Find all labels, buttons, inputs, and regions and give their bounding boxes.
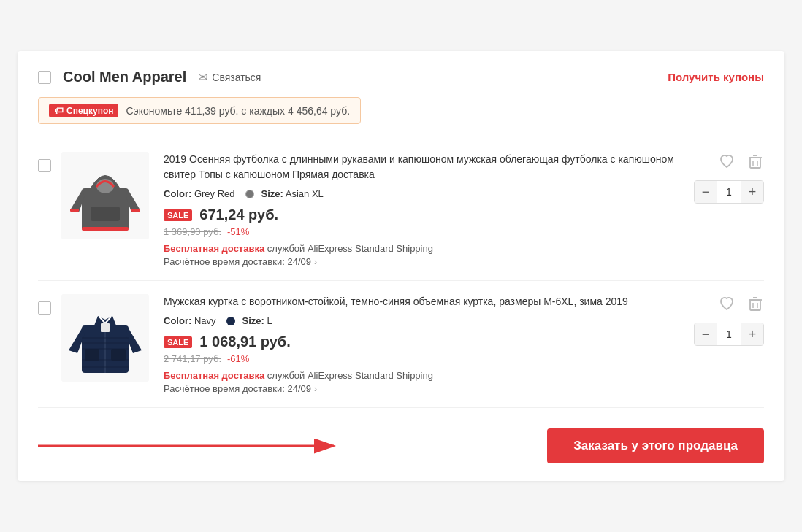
svg-rect-4 [70,209,79,212]
trash-icon-1 [748,296,763,312]
size-label-0: Size: Asian XL [261,188,324,199]
price-row-0: SALE 671,24 руб. [164,207,687,223]
order-row: Заказать у этого продавца [38,408,764,463]
shipping-service-1: службой AliExpress Standard Shipping [267,370,433,381]
qty-increase-1[interactable]: + [741,323,763,345]
product-attrs-0: Color: Grey Red Size: Asian XL [164,188,687,199]
old-price-row-1: 2 741,17 руб. -61% [164,353,687,364]
mail-icon: ✉ [198,70,207,84]
product-actions-1: − + [687,294,764,346]
contact-link[interactable]: ✉ Связаться [198,70,261,84]
promo-bar: 🏷 Спецкупон Сэкономьте 411,39 руб. с каж… [38,97,361,124]
product-checkbox-0[interactable] [38,159,51,172]
qty-input-1[interactable] [717,328,741,340]
wishlist-button-1[interactable] [717,294,736,315]
order-button[interactable]: Заказать у этого продавца [547,428,764,463]
trash-icon-0 [748,153,763,169]
store-header-left: Cool Men Apparel ✉ Связаться [38,69,261,85]
delivery-arrow-icon-0: › [314,257,317,267]
product-row: 2019 Осенняя футболка с длинными рукавам… [38,139,764,281]
arrow-decoration [38,433,525,459]
current-price-0: 671,24 руб. [199,207,278,223]
product-image-0 [61,152,149,239]
svg-rect-15 [101,323,110,332]
current-price-1: 1 068,91 руб. [199,334,290,350]
svg-rect-2 [91,207,120,221]
product-attrs-1: Color: Navy Size: L [164,315,687,326]
hoodie-svg [69,155,142,236]
svg-rect-6 [750,158,760,168]
color-label-0: Color: Grey Red [164,188,235,199]
product-title-0: 2019 Осенняя футболка с длинными рукавам… [164,152,687,182]
heart-icon-0 [719,154,735,169]
size-label-1: Size: L [242,315,272,326]
delivery-row-1: Расчётное время доставки: 24/09 › [164,383,687,394]
promo-text: Сэкономьте 411,39 руб. с каждых 4 456,64… [126,105,350,117]
qty-decrease-0[interactable]: − [695,181,717,203]
svg-rect-21 [750,300,760,310]
qty-control-0: − + [694,180,764,204]
old-price-1: 2 741,17 руб. [164,353,221,364]
svg-rect-14 [111,349,126,361]
svg-rect-3 [82,227,129,231]
wishlist-button-0[interactable] [717,152,736,173]
heart-icon-1 [719,296,735,311]
store-checkbox[interactable] [38,71,51,84]
shipping-link-0[interactable]: Бесплатная доставка [164,243,264,254]
discount-0: -51% [227,226,249,237]
store-header: Cool Men Apparel ✉ Связаться Получить ку… [38,69,764,85]
store-name: Cool Men Apparel [63,69,186,85]
promo-badge-label: Спецкупон [66,106,113,116]
jacket-svg [69,298,142,378]
old-price-row-0: 1 369,90 руб. -51% [164,226,687,237]
delete-button-1[interactable] [746,294,764,315]
contact-label: Связаться [212,72,261,83]
color-dot-0 [245,190,254,198]
delivery-row-0: Расчётное время доставки: 24/09 › [164,256,687,267]
product-info-0: 2019 Осенняя футболка с длинными рукавам… [164,152,687,267]
icon-actions-0 [717,152,764,173]
delivery-label-0: Расчётное время доставки: 24/09 [164,256,311,267]
product-image-1 [61,294,149,382]
qty-input-0[interactable] [717,186,741,198]
shipping-row-0: Бесплатная доставка службой AliExpress S… [164,243,687,254]
product-checkbox-1[interactable] [38,301,51,315]
delete-button-0[interactable] [746,152,764,173]
product-info-1: Мужская куртка с воротником-стойкой, тем… [164,294,687,394]
product-title-1: Мужская куртка с воротником-стойкой, тем… [164,294,687,309]
product-row-1: Мужская куртка с воротником-стойкой, тем… [38,281,764,408]
sale-badge-1: SALE [164,336,192,348]
arrow-svg [38,433,345,459]
shipping-link-1[interactable]: Бесплатная доставка [164,370,264,381]
shipping-row-1: Бесплатная доставка службой AliExpress S… [164,370,687,381]
qty-decrease-1[interactable]: − [695,323,717,345]
qty-increase-0[interactable]: + [741,181,763,203]
old-price-0: 1 369,90 руб. [164,226,221,237]
discount-1: -61% [227,353,249,364]
icon-actions-1 [717,294,764,315]
delivery-label-1: Расчётное время доставки: 24/09 [164,383,311,394]
product-actions-0: − + [687,152,764,204]
qty-control-1: − + [694,323,764,346]
color-label-1: Color: Navy [164,315,216,326]
svg-rect-13 [85,349,99,361]
store-card: Cool Men Apparel ✉ Связаться Получить ку… [18,51,784,481]
price-row-1: SALE 1 068,91 руб. [164,334,687,350]
promo-flag-icon: 🏷 [54,105,64,116]
delivery-arrow-icon-1: › [314,384,317,394]
color-dot-1 [226,317,235,325]
sale-badge-0: SALE [164,209,192,221]
coupon-link[interactable]: Получить купоны [668,71,764,83]
shipping-service-0: службой AliExpress Standard Shipping [267,243,433,254]
svg-rect-5 [131,209,140,212]
promo-badge: 🏷 Спецкупон [49,104,118,117]
